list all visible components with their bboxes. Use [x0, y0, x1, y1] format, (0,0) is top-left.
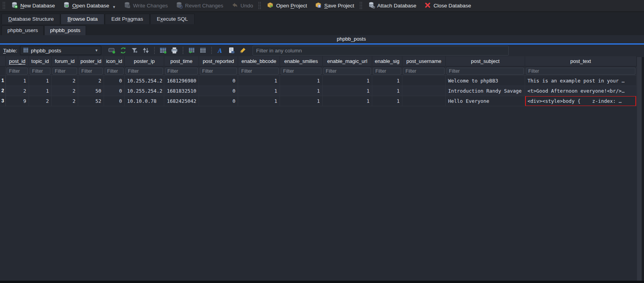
cell-topic_id[interactable]: 1	[29, 86, 52, 96]
column-header-post_username[interactable]: post_username	[402, 56, 446, 66]
filter-input-poster_id[interactable]: Filter	[79, 68, 103, 75]
refresh-icon[interactable]	[119, 46, 127, 55]
filter-input-topic_id[interactable]: Filter	[30, 68, 50, 75]
global-filter-input[interactable]	[253, 46, 509, 56]
filter-input-enable_magic_url[interactable]: Filter	[323, 68, 371, 75]
cell-enable_sig[interactable]: 1	[372, 76, 402, 86]
cell-post_time[interactable]: 1682425042	[164, 96, 199, 106]
cell-icon_id[interactable]: 0	[104, 86, 125, 96]
cell-poster_id[interactable]: 52	[78, 96, 104, 106]
cell-forum_id[interactable]: 2	[52, 86, 78, 96]
cell-enable_smilies[interactable]: 1	[280, 86, 323, 96]
tab-browse-data[interactable]: Browse Data	[61, 14, 104, 24]
cell-enable_magic_url[interactable]: 1	[323, 76, 372, 86]
column-header-icon_id[interactable]: icon_id	[104, 56, 125, 66]
column-header-poster_ip[interactable]: poster_ip	[125, 56, 164, 66]
undo-button[interactable]: Undo	[228, 1, 257, 11]
cell-poster_ip[interactable]: 10.10.0.78	[125, 96, 164, 106]
column-header-enable_smilies[interactable]: enable_smilies	[280, 56, 323, 66]
filter-input-enable_sig[interactable]: Filter	[373, 68, 401, 75]
print-icon[interactable]	[170, 46, 179, 55]
filter-input-poster_ip[interactable]: Filter	[126, 68, 163, 75]
cell-enable_smilies[interactable]: 1	[280, 76, 323, 86]
cell-enable_magic_url[interactable]: 1	[323, 86, 372, 96]
cell-post_reported[interactable]: 0	[199, 76, 238, 86]
close-database-button[interactable]: Close Database	[421, 1, 475, 11]
cell-post_text[interactable]: <div><style>body { z-index: …	[525, 96, 637, 106]
column-header-enable_sig[interactable]: enable_sig	[372, 56, 402, 66]
export-table-icon[interactable]	[199, 46, 207, 55]
cell-post_id[interactable]: 2	[6, 86, 29, 96]
sort-icon[interactable]	[142, 46, 150, 55]
cell-post_text[interactable]: <t>Good Afternoon everyone!<br/>…	[525, 86, 637, 96]
save-project-button[interactable]: Save Project	[311, 1, 358, 11]
table-selector-combobox[interactable]: phpbb_posts ▼	[20, 46, 101, 55]
column-header-post_id[interactable]: post_id	[6, 56, 29, 66]
toolbar-separator-grip-2[interactable]	[360, 2, 362, 10]
tab-phpbb-users[interactable]: phpbb_users	[2, 25, 44, 35]
cell-post_text[interactable]: This is an example post in your …	[525, 76, 637, 86]
column-header-forum_id[interactable]: forum_id	[52, 56, 78, 66]
cell-forum_id[interactable]: 2	[52, 76, 78, 86]
cell-enable_bbcode[interactable]: 1	[238, 96, 280, 106]
clear-filter-icon[interactable]	[130, 46, 139, 55]
cell-post_time[interactable]: 1681832510	[164, 86, 199, 96]
new-database-button[interactable]: New Database	[7, 1, 59, 11]
filter-input-post_time[interactable]: Filter	[165, 68, 198, 75]
cell-post_reported[interactable]: 0	[199, 96, 238, 106]
column-header-topic_id[interactable]: topic_id	[29, 56, 52, 66]
filter-input-enable_bbcode[interactable]: Filter	[239, 68, 279, 75]
cell-post_id[interactable]: 9	[6, 96, 29, 106]
open-project-button[interactable]: Open Project	[263, 1, 310, 11]
attach-database-button[interactable]: Attach Database	[364, 1, 420, 11]
revert-changes-button[interactable]: Revert Changes	[172, 1, 227, 11]
row-number[interactable]: 3	[0, 96, 6, 106]
edit-record-icon[interactable]	[227, 46, 236, 55]
vertical-scrollbar[interactable]	[637, 57, 642, 281]
cell-post_username[interactable]	[402, 86, 446, 96]
tab-execute-sql[interactable]: Execute SQL	[150, 14, 195, 24]
column-header-poster_id[interactable]: poster_id	[78, 56, 104, 66]
filter-input-enable_smilies[interactable]: Filter	[281, 68, 321, 75]
cell-post_time[interactable]: 1681296980	[164, 76, 199, 86]
column-header-enable_bbcode[interactable]: enable_bbcode	[238, 56, 280, 66]
cell-post_username[interactable]	[402, 76, 446, 86]
cell-enable_sig[interactable]: 1	[372, 96, 402, 106]
cell-post_subject[interactable]: Welcome to phpBB3	[446, 76, 525, 86]
column-header-post_time[interactable]: post_time	[164, 56, 199, 66]
row-number[interactable]: 2	[0, 86, 6, 96]
cell-enable_sig[interactable]: 1	[372, 86, 402, 96]
cell-post_reported[interactable]: 0	[199, 86, 238, 96]
filter-input-post_id[interactable]: Filter	[7, 68, 28, 75]
cell-topic_id[interactable]: 2	[29, 96, 52, 106]
column-header-post_subject[interactable]: post_subject	[446, 56, 525, 66]
cell-forum_id[interactable]: 2	[52, 96, 78, 106]
cell-enable_smilies[interactable]: 1	[280, 96, 323, 106]
edit-pencil-icon[interactable]	[239, 46, 247, 55]
toolbar-grip[interactable]	[3, 2, 5, 10]
cell-enable_bbcode[interactable]: 1	[238, 86, 280, 96]
cell-post_subject[interactable]: Hello Everyone	[446, 96, 525, 106]
cell-post_subject[interactable]: Introduction Randy Savage	[446, 86, 525, 96]
write-changes-button[interactable]: Write Changes	[120, 1, 171, 11]
cell-enable_bbcode[interactable]: 1	[238, 76, 280, 86]
filter-input-post_username[interactable]: Filter	[403, 68, 445, 75]
cell-icon_id[interactable]: 0	[104, 96, 125, 106]
open-database-dropdown-icon[interactable]: ▼	[112, 5, 116, 9]
grid-corner[interactable]	[0, 56, 6, 66]
cell-poster_ip[interactable]: 10.255.254.2	[125, 76, 164, 86]
filter-input-post_text[interactable]: Filter	[526, 68, 635, 75]
cell-enable_magic_url[interactable]: 1	[323, 96, 372, 106]
tab-database-structure[interactable]: Database Structure	[2, 14, 60, 24]
cell-icon_id[interactable]: 0	[104, 76, 125, 86]
new-record-icon[interactable]	[108, 46, 116, 55]
column-header-post_reported[interactable]: post_reported	[199, 56, 238, 66]
font-icon[interactable]: A	[216, 46, 224, 55]
cell-topic_id[interactable]: 1	[29, 76, 52, 86]
import-table-icon[interactable]	[187, 46, 196, 55]
open-database-button[interactable]: Open Database ▼	[59, 1, 120, 11]
tab-phpbb-posts[interactable]: phpbb_posts	[44, 25, 86, 35]
filter-input-post_subject[interactable]: Filter	[447, 68, 524, 75]
column-header-post_text[interactable]: post_text	[525, 56, 637, 66]
cell-post_id[interactable]: 1	[6, 76, 29, 86]
